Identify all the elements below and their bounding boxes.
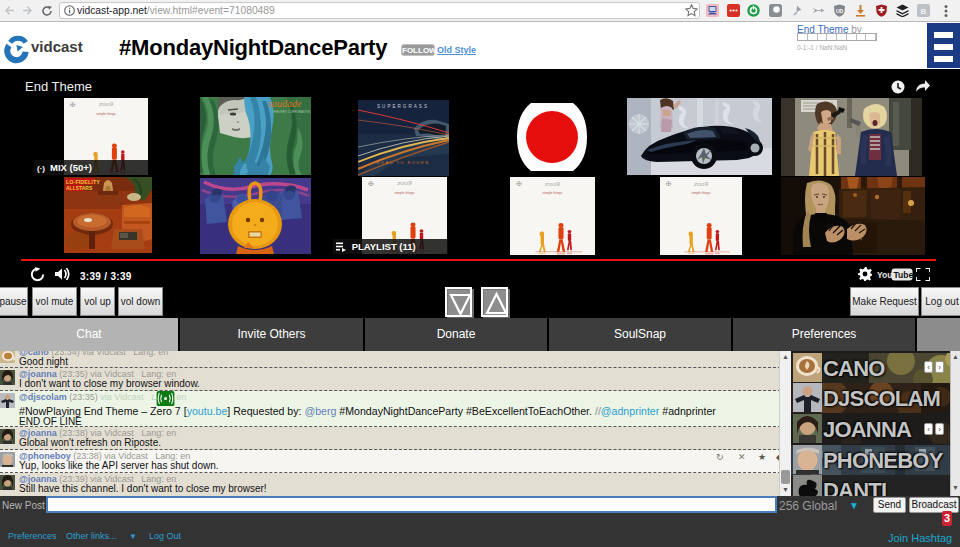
svg-text:THIEVERY CORPORATION: THIEVERY CORPORATION [272, 110, 310, 114]
svg-text:You: You [877, 270, 892, 280]
svg-text:SUPERGRASS: SUPERGRASS [377, 104, 429, 109]
svg-text:Tube: Tube [894, 270, 914, 280]
svg-text:ALLSTARS: ALLSTARS [66, 185, 93, 191]
svg-text:...: ... [298, 116, 301, 120]
svg-text:B: B [921, 7, 927, 16]
svg-text:saudade: saudade [268, 98, 302, 109]
svg-text:ROAD TO ROUEN: ROAD TO ROUEN [376, 160, 429, 165]
svg-text:UD: UD [836, 8, 844, 14]
svg-text:LO·FIDELITY: LO·FIDELITY [66, 179, 100, 185]
